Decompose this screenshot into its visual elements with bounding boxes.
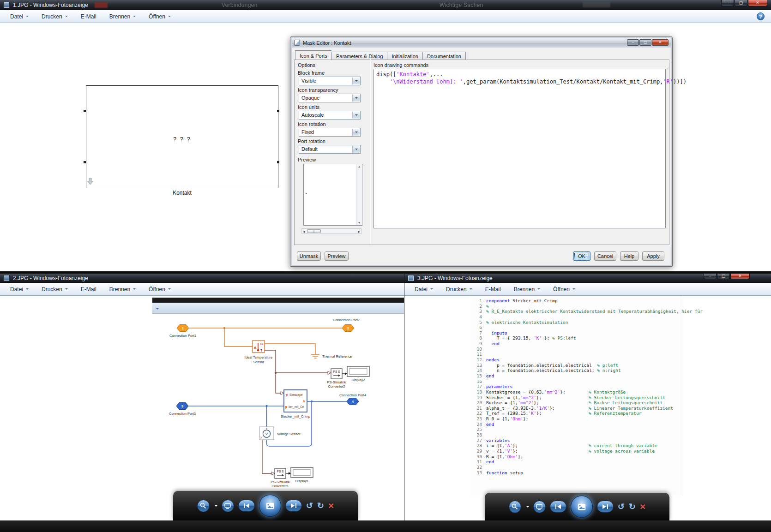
desktop-artifact — [583, 2, 610, 7]
scroll-down-icon[interactable]: ▼ — [358, 221, 361, 225]
menu-drucken[interactable]: Drucken — [42, 13, 68, 20]
preview-horizontal-scrollbar[interactable]: ◀ ||| ▶ — [301, 228, 361, 234]
simulink-diagram: 1 Connection Port1 2 Connection Port2 A … — [152, 314, 404, 498]
ps-port-arrow — [281, 392, 284, 395]
close-button[interactable]: ✕ — [748, 0, 767, 6]
maximize-button[interactable]: ▢ — [639, 39, 651, 46]
scrollbar-thumb[interactable]: ||| — [307, 229, 321, 233]
next-button[interactable] — [285, 500, 302, 512]
previous-button[interactable] — [550, 501, 566, 513]
code-line: 14 n = foundation.electrical.electrical;… — [471, 368, 688, 373]
menu-email[interactable]: E-Mail — [81, 286, 96, 293]
menu-brennen[interactable]: Brennen — [109, 286, 136, 293]
chevron-down-icon — [26, 16, 29, 18]
scroll-up-icon[interactable]: ▲ — [358, 164, 361, 169]
minimize-button[interactable]: – — [704, 274, 717, 279]
scroll-right-icon[interactable]: ▶ — [357, 230, 361, 233]
block-frame-select[interactable]: Visible — [299, 77, 361, 85]
code-comment: % Buchse-Leitungsquerschnitt — [589, 400, 663, 406]
block-port-handle — [84, 110, 86, 112]
magnifier-icon — [200, 502, 206, 509]
unmask-button[interactable]: Unmask — [297, 251, 321, 261]
mask-editor-title: Mask Editor : Kontakt — [303, 40, 351, 46]
rotate-cw-button[interactable]: ↻ — [317, 501, 324, 511]
previous-icon — [243, 503, 250, 508]
actual-size-button[interactable] — [222, 500, 234, 512]
kontakt-block: ? ? ? — [86, 85, 278, 188]
icon-rotation-select[interactable]: Fixed — [299, 128, 361, 137]
maximize-button[interactable]: ▢ — [717, 274, 730, 279]
zoom-button[interactable] — [197, 500, 210, 512]
converter1-label: PS-Simulink — [271, 480, 290, 484]
svg-text:>: > — [260, 436, 262, 439]
help-icon[interactable]: ? — [757, 12, 765, 20]
menu-oeffnen[interactable]: Öffnen — [149, 13, 171, 20]
line-number: 4 — [471, 314, 482, 320]
maximize-button[interactable]: ▢ — [735, 0, 747, 6]
icon-drawing-commands-textarea[interactable]: disp(['Kontakte',... '\nWiderstand [ohm]… — [373, 69, 666, 228]
minimize-button[interactable]: – — [627, 39, 639, 46]
scroll-left-icon[interactable]: ◀ — [302, 230, 306, 233]
help-button[interactable]: Help — [620, 251, 638, 261]
menu-email[interactable]: E-Mail — [81, 13, 96, 20]
svg-text:ker_mit_Cri: ker_mit_Cri — [289, 405, 304, 409]
menu-datei[interactable]: Datei — [10, 286, 29, 293]
menu-email[interactable]: E-Mail — [485, 286, 501, 293]
voltage-sensor-label: Voltage Sensor — [277, 432, 301, 436]
photo-viewer-app-icon — [408, 275, 414, 281]
zoom-button[interactable] — [509, 501, 521, 513]
icon-transparency-select[interactable]: Opaque — [299, 94, 361, 102]
menu-datei[interactable]: Datei — [415, 286, 433, 293]
menu-brennen[interactable]: Brennen — [514, 286, 540, 293]
close-button[interactable]: ✕ — [652, 39, 669, 46]
icon-units-label: Icon units — [298, 104, 319, 110]
line-number: 30 — [471, 454, 482, 460]
menu-oeffnen[interactable]: Öffnen — [149, 286, 171, 293]
slideshow-button[interactable] — [259, 495, 281, 517]
titlebar-window1[interactable]: 1.JPG - Windows-Fotoanzeige Verbindungen… — [0, 0, 771, 10]
icon-transparency-label: Icon transparency — [298, 87, 338, 93]
resize-arrow-icon — [87, 178, 93, 185]
delete-button[interactable]: × — [640, 501, 645, 512]
slideshow-button[interactable] — [571, 496, 593, 518]
cancel-button[interactable]: Cancel — [594, 251, 616, 261]
icon-units-select[interactable]: Autoscale — [299, 111, 361, 120]
menu-drucken[interactable]: Drucken — [446, 286, 472, 293]
converter2-label: Converter2 — [328, 384, 345, 389]
zoom-caret-icon[interactable] — [215, 505, 217, 508]
rotate-cw-button[interactable]: ↻ — [629, 502, 636, 512]
line-number: 28 — [471, 443, 482, 448]
actual-size-button[interactable] — [533, 501, 546, 513]
photo-viewer-app-icon — [3, 275, 10, 281]
actual-size-icon — [224, 503, 231, 509]
minimize-button[interactable]: – — [721, 0, 734, 6]
menu-brennen[interactable]: Brennen — [109, 13, 136, 20]
rotate-ccw-button[interactable]: ↺ — [618, 502, 625, 512]
menu-datei[interactable]: Datei — [10, 13, 29, 20]
close-button[interactable]: ✕ — [730, 274, 750, 279]
mask-editor-titlebar[interactable]: Mask Editor : Kontakt – ▢ ✕ — [292, 38, 671, 48]
code-line: 8 T = { 293.15, 'K' }; % PS:left — [471, 335, 688, 341]
code-line: 29v = {1,'V'};% voltage across variable — [471, 448, 688, 454]
port-rotation-select[interactable]: Default — [299, 145, 361, 154]
line-number: 29 — [471, 448, 482, 454]
menu-drucken[interactable]: Drucken — [42, 286, 68, 293]
previous-button[interactable] — [238, 500, 255, 512]
preview-vertical-scrollbar[interactable]: ▲ ▼ — [356, 164, 362, 225]
rotate-ccw-button[interactable]: ↺ — [306, 501, 313, 511]
apply-button[interactable]: Apply — [642, 251, 664, 261]
svg-text:PS S: PS S — [333, 370, 340, 373]
window2-title: 2.JPG - Windows-Fotoanzeige — [13, 275, 88, 281]
next-button[interactable] — [597, 501, 614, 513]
titlebar-window3[interactable]: 3.JPG - Windows-Fotoanzeige – ▢ ✕ — [404, 274, 771, 283]
chevron-down-icon — [133, 16, 136, 18]
menu-oeffnen[interactable]: Öffnen — [553, 286, 575, 293]
photo-viewer-app-icon — [3, 2, 10, 8]
titlebar-window2[interactable]: 2.JPG - Windows-Fotoanzeige — [0, 274, 404, 283]
delete-button[interactable]: × — [328, 500, 334, 511]
zoom-caret-icon[interactable] — [526, 506, 529, 509]
ok-button[interactable]: OK — [573, 251, 590, 261]
preview-button[interactable]: Preview — [325, 251, 349, 261]
code-line: 11 — [471, 352, 688, 357]
chevron-down-icon — [168, 288, 171, 291]
